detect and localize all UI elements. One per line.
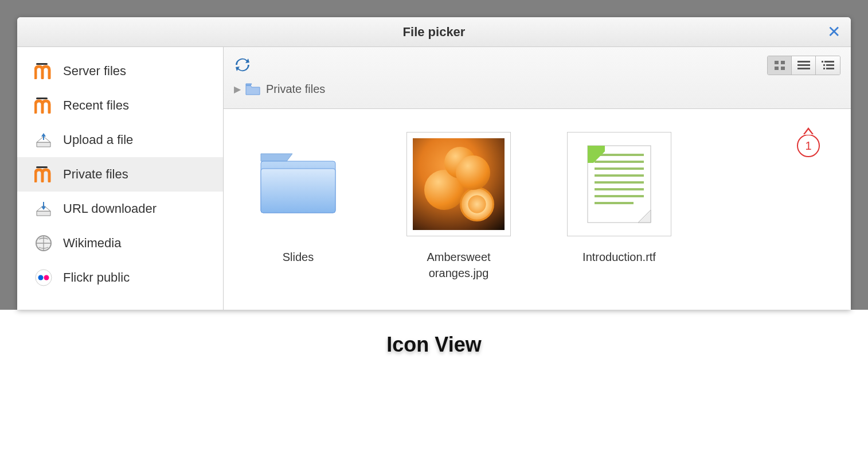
sidebar-item-server-files[interactable]: Server files [17, 54, 223, 88]
main-panel: ▶ Private files 1 [224, 47, 851, 310]
dialog-title: File picker [403, 25, 466, 40]
file-label: Ambersweet oranges.jpg [401, 249, 516, 281]
svg-point-6 [44, 275, 49, 280]
sidebar-item-label: Wikimedia [63, 236, 121, 251]
file-picker-dialog: File picker ✕ Server files [17, 17, 851, 310]
file-label: Slides [241, 249, 355, 265]
svg-rect-0 [36, 63, 48, 65]
callout-number: 1 [805, 139, 811, 153]
list-view-button[interactable] [792, 56, 816, 75]
file-label: Introduction.rtf [562, 249, 677, 265]
svg-rect-21 [261, 169, 335, 213]
svg-rect-2 [36, 166, 48, 168]
svg-rect-10 [781, 67, 785, 70]
svg-rect-15 [824, 61, 834, 63]
folder-thumbnail [246, 132, 350, 236]
flickr-icon [33, 267, 54, 288]
sidebar-item-label: Flickr public [63, 270, 130, 285]
files-grid: Slides Ambersweet oranges.jpg [224, 109, 851, 310]
image-thumbnail [406, 132, 511, 236]
svg-rect-17 [826, 64, 834, 66]
svg-rect-19 [826, 68, 834, 69]
sidebar-item-flickr-public[interactable]: Flickr public [17, 260, 223, 295]
sidebar-item-url-downloader[interactable]: URL downloader [17, 192, 223, 226]
svg-rect-18 [823, 68, 825, 69]
figure-caption: Icon View [0, 333, 868, 357]
svg-rect-7 [775, 61, 779, 64]
chevron-right-icon: ▶ [234, 84, 241, 95]
view-mode-toggle [767, 56, 840, 75]
icon-view-button[interactable] [768, 56, 792, 75]
sidebar-item-recent-files[interactable]: Recent files [17, 88, 223, 123]
document-thumbnail [567, 132, 671, 236]
svg-rect-8 [781, 61, 785, 64]
svg-point-5 [38, 275, 44, 280]
svg-rect-12 [797, 64, 810, 66]
svg-rect-11 [797, 61, 810, 63]
moodle-icon [33, 95, 54, 116]
svg-rect-13 [797, 68, 810, 69]
sidebar-item-upload-a-file[interactable]: Upload a file [17, 123, 223, 157]
sidebar-item-label: URL downloader [63, 201, 157, 216]
svg-rect-16 [823, 64, 825, 66]
svg-rect-9 [775, 67, 779, 70]
repository-sidebar: Server files Recent files [17, 47, 224, 310]
close-icon[interactable]: ✕ [827, 24, 840, 40]
breadcrumb[interactable]: ▶ Private files [234, 83, 840, 96]
upload-icon [33, 130, 54, 150]
refresh-icon[interactable] [234, 56, 252, 75]
file-item-folder[interactable]: Slides [241, 132, 355, 265]
tree-view-button[interactable] [816, 56, 840, 75]
moodle-icon [33, 164, 54, 185]
breadcrumb-path: Private files [266, 83, 325, 96]
wikimedia-icon [33, 233, 54, 254]
sidebar-item-label: Server files [63, 64, 126, 79]
download-icon [33, 198, 54, 219]
sidebar-item-wikimedia[interactable]: Wikimedia [17, 226, 223, 260]
file-item-document[interactable]: Introduction.rtf [562, 132, 677, 265]
svg-point-4 [36, 270, 52, 286]
sidebar-item-label: Upload a file [63, 133, 133, 147]
moodle-icon [33, 61, 54, 81]
sidebar-item-label: Private files [63, 167, 128, 182]
svg-rect-14 [822, 61, 823, 63]
sidebar-item-private-files[interactable]: Private files [17, 157, 223, 192]
sidebar-item-label: Recent files [63, 98, 129, 113]
dialog-titlebar: File picker ✕ [17, 17, 851, 47]
file-item-image[interactable]: Ambersweet oranges.jpg [401, 132, 516, 281]
folder-icon [245, 83, 260, 96]
svg-rect-1 [36, 98, 48, 99]
callout-marker: 1 [797, 134, 820, 157]
toolbar: ▶ Private files 1 [224, 47, 851, 109]
